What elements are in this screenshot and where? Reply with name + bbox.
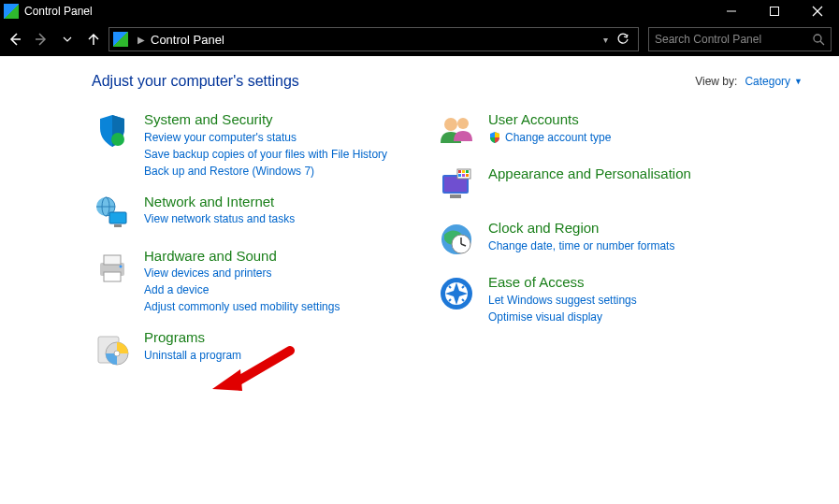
task-link[interactable]: Uninstall a program bbox=[144, 347, 241, 364]
task-link[interactable]: Review your computer's status bbox=[144, 129, 387, 146]
search-icon bbox=[812, 33, 825, 46]
task-link[interactable]: Back up and Restore (Windows 7) bbox=[144, 163, 387, 180]
uac-shield-icon bbox=[488, 131, 501, 144]
svg-rect-25 bbox=[450, 194, 461, 198]
chevron-down-icon: ▼ bbox=[794, 77, 803, 86]
svg-rect-16 bbox=[104, 272, 121, 281]
view-by-dropdown[interactable]: Category ▼ bbox=[745, 75, 803, 88]
back-button[interactable] bbox=[4, 28, 26, 50]
svg-point-20 bbox=[114, 351, 120, 356]
window-title: Control Panel bbox=[24, 5, 710, 18]
category-ease-of-access: Ease of Access Let Windows suggest setti… bbox=[436, 273, 735, 325]
clock-globe-icon bbox=[436, 219, 477, 260]
svg-rect-30 bbox=[458, 174, 461, 177]
task-link[interactable]: Change account type bbox=[488, 129, 611, 146]
address-location: Control Panel bbox=[151, 33, 224, 47]
category-user-accounts: User Accounts Change account type bbox=[436, 110, 735, 151]
category-link[interactable]: Network and Internet bbox=[144, 193, 295, 211]
category-link[interactable]: System and Security bbox=[144, 110, 387, 129]
control-panel-icon bbox=[113, 32, 128, 47]
chevron-right-icon: ▶ bbox=[137, 35, 145, 45]
svg-rect-29 bbox=[466, 170, 469, 173]
task-link[interactable]: Let Windows suggest settings bbox=[488, 292, 637, 309]
category-network-internet: Network and Internet View network status… bbox=[92, 193, 410, 234]
category-link[interactable]: Programs bbox=[144, 328, 241, 347]
svg-rect-1 bbox=[771, 7, 779, 16]
task-link[interactable]: Change date, time or number formats bbox=[488, 238, 674, 254]
category-link[interactable]: Hardware and Sound bbox=[144, 247, 340, 266]
svg-point-8 bbox=[111, 133, 124, 146]
monitor-palette-icon bbox=[436, 165, 477, 206]
title-bar: Control Panel bbox=[0, 0, 839, 22]
right-column: User Accounts Change account type Appear… bbox=[436, 110, 735, 369]
search-input[interactable] bbox=[655, 33, 812, 46]
chevron-down-icon[interactable]: ▾ bbox=[603, 35, 608, 45]
refresh-button[interactable] bbox=[612, 28, 634, 50]
category-appearance-personalisation: Appearance and Personalisation bbox=[436, 165, 735, 206]
task-link[interactable]: Adjust commonly used mobility settings bbox=[144, 298, 340, 315]
up-button[interactable] bbox=[82, 28, 105, 50]
view-by-label: View by: bbox=[695, 75, 737, 88]
nav-bar: ▶ Control Panel ▾ bbox=[0, 22, 839, 56]
svg-rect-32 bbox=[466, 174, 469, 177]
svg-line-7 bbox=[820, 41, 824, 45]
category-link[interactable]: User Accounts bbox=[488, 110, 611, 129]
address-bar[interactable]: ▶ Control Panel ▾ bbox=[108, 27, 639, 51]
forward-button[interactable] bbox=[30, 28, 52, 50]
control-panel-icon bbox=[4, 4, 19, 19]
category-clock-region: Clock and Region Change date, time or nu… bbox=[436, 219, 735, 260]
left-column: System and Security Review your computer… bbox=[92, 110, 410, 369]
close-button[interactable] bbox=[796, 0, 839, 22]
svg-rect-11 bbox=[109, 212, 126, 223]
disc-box-icon bbox=[92, 328, 133, 369]
page-title: Adjust your computer's settings bbox=[92, 73, 299, 90]
svg-rect-31 bbox=[462, 174, 465, 177]
category-link[interactable]: Appearance and Personalisation bbox=[488, 165, 691, 183]
history-dropdown[interactable] bbox=[56, 28, 79, 50]
category-system-security: System and Security Review your computer… bbox=[92, 110, 410, 180]
task-link[interactable]: Optimise visual display bbox=[488, 309, 637, 325]
shield-icon bbox=[92, 110, 133, 151]
ease-of-access-icon bbox=[436, 273, 477, 314]
globe-monitor-icon bbox=[92, 193, 133, 234]
printer-icon bbox=[92, 247, 133, 288]
category-programs: Programs Uninstall a program bbox=[92, 328, 410, 369]
view-by: View by: Category ▼ bbox=[695, 75, 803, 88]
content-area: Adjust your computer's settings View by:… bbox=[0, 56, 839, 504]
category-link[interactable]: Ease of Access bbox=[488, 273, 637, 292]
task-link[interactable]: View network status and tasks bbox=[144, 210, 295, 227]
svg-point-21 bbox=[444, 118, 457, 131]
svg-rect-13 bbox=[114, 224, 122, 227]
minimize-button[interactable] bbox=[710, 0, 753, 22]
svg-rect-28 bbox=[462, 170, 465, 173]
category-link[interactable]: Clock and Region bbox=[488, 219, 674, 238]
search-box[interactable] bbox=[648, 27, 832, 51]
category-hardware-sound: Hardware and Sound View devices and prin… bbox=[92, 247, 410, 316]
svg-point-22 bbox=[457, 118, 469, 129]
maximize-button[interactable] bbox=[753, 0, 796, 22]
task-link[interactable]: View devices and printers bbox=[144, 265, 340, 281]
svg-point-17 bbox=[120, 265, 123, 267]
svg-point-6 bbox=[814, 35, 821, 42]
people-icon bbox=[436, 110, 477, 151]
task-link[interactable]: Save backup copies of your files with Fi… bbox=[144, 146, 387, 163]
svg-rect-15 bbox=[104, 255, 121, 265]
task-link[interactable]: Add a device bbox=[144, 281, 340, 298]
svg-rect-27 bbox=[458, 170, 461, 173]
